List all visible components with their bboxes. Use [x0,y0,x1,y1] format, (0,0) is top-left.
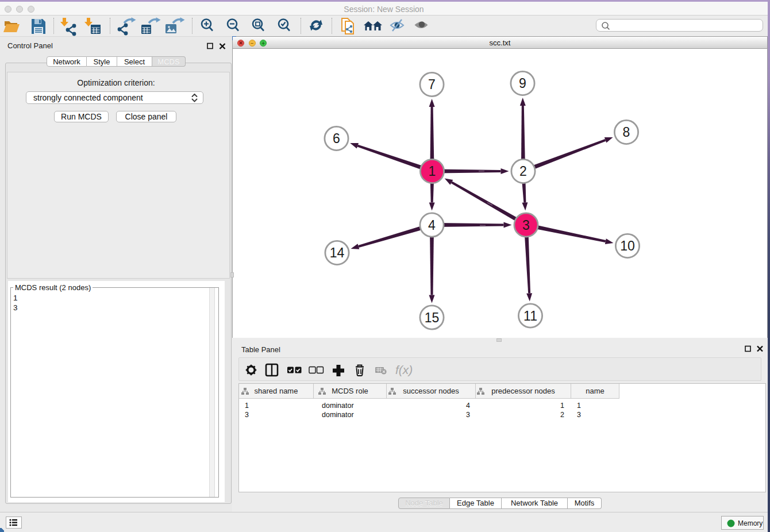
svg-text:3: 3 [522,218,530,233]
svg-text:14: 14 [330,245,345,260]
svg-text:9: 9 [519,76,526,91]
svg-text:6: 6 [333,131,340,146]
svg-text:10: 10 [620,238,635,253]
svg-text:4: 4 [428,218,436,233]
svg-text:11: 11 [523,309,537,323]
svg-text:7: 7 [428,77,436,92]
svg-text:f(x): f(x) [395,363,413,376]
svg-text:2: 2 [519,164,527,179]
svg-text:1: 1 [429,164,436,179]
svg-text:15: 15 [425,310,440,325]
svg-text:8: 8 [623,125,630,140]
